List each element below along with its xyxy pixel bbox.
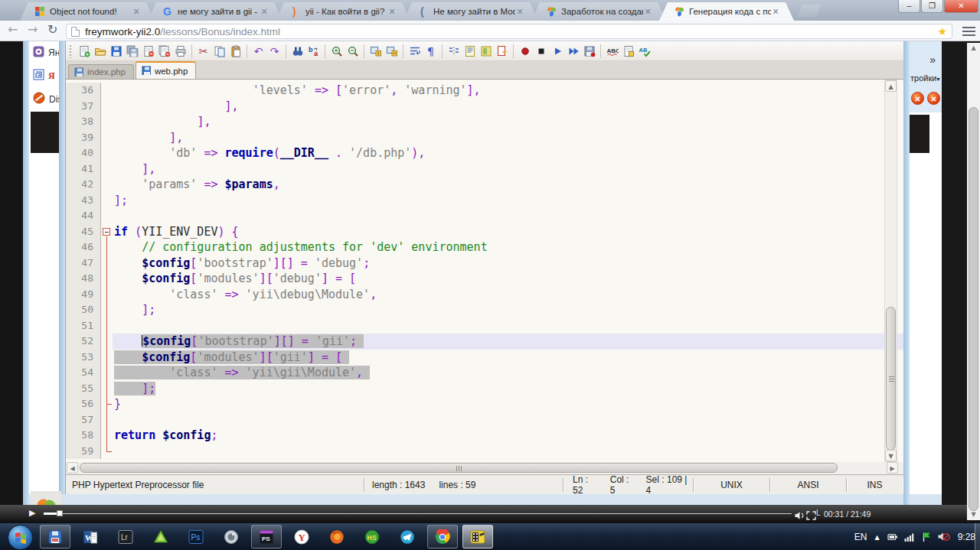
line-number[interactable]: 44 [66, 208, 101, 224]
browser-tab[interactable]: )yii - Как войти в gii? - Sta✕ [276, 2, 410, 21]
save-icon[interactable] [108, 43, 124, 59]
fullscreen-icon[interactable] [806, 509, 816, 523]
plugin-action-icon[interactable] [620, 43, 636, 59]
scroll-left-icon[interactable]: ◀ [67, 462, 78, 474]
horizontal-scroll-thumb[interactable] [80, 463, 838, 473]
taskbar-yandex-browser[interactable]: Y [286, 525, 317, 548]
editor-horizontal-scrollbar[interactable]: ◀ ▶ [67, 462, 898, 474]
find-icon[interactable] [289, 43, 305, 59]
overflow-chevron[interactable]: » [910, 43, 942, 73]
line-number[interactable]: 41 [66, 161, 101, 177]
code-text[interactable]: // configuration adjustments for 'dev' e… [113, 239, 903, 255]
close-all-icon[interactable] [156, 43, 172, 59]
address-bar[interactable]: freymwork-yii2.0 /lessons/Bonus/index.ht… [66, 24, 952, 39]
minimize-button[interactable]: – [898, 0, 920, 13]
close-button[interactable]: ✕ [944, 0, 978, 13]
line-number[interactable]: 39 [66, 130, 101, 146]
record-macro-icon[interactable] [517, 43, 533, 59]
tray-expand-icon[interactable]: ▲ [874, 534, 879, 541]
code-text[interactable]: $config['bootstrap'][] = 'gii'; [113, 334, 903, 350]
sync-scroll-v-icon[interactable] [368, 43, 384, 59]
function-list-icon[interactable] [462, 43, 478, 59]
line-number[interactable]: 47 [66, 255, 101, 272]
taskbar-phpstorm[interactable]: PS [251, 525, 282, 548]
line-number[interactable]: 54 [66, 365, 101, 381]
new-file-icon[interactable] [76, 43, 92, 59]
bookmark-star-icon[interactable]: ★ [937, 25, 947, 37]
tab-close-icon[interactable]: ✕ [515, 7, 524, 17]
taskbar-telegram[interactable] [392, 525, 423, 548]
tab-close-icon[interactable]: ✕ [643, 7, 652, 17]
code-text[interactable]: ]; [113, 381, 903, 397]
code-text[interactable]: 'db' => require(__DIR__ . '/db.php'), [113, 145, 903, 161]
line-number[interactable]: 37 [66, 99, 101, 115]
save-all-icon[interactable] [124, 43, 140, 59]
undo-icon[interactable]: ↶ [250, 43, 266, 59]
browser-tab[interactable]: Генерация кода с помощ✕ [659, 2, 794, 21]
browser-tab[interactable]: Object not found!✕ [20, 2, 155, 21]
taskbar-media-player[interactable] [462, 525, 493, 548]
code-text[interactable]: 'levels' => ['error', 'warning'], [113, 83, 903, 99]
editor-vertical-scrollbar[interactable]: ▲ ▼ [884, 80, 897, 462]
code-text[interactable]: return $config; [113, 428, 903, 444]
tab-close-icon[interactable]: ✕ [771, 7, 780, 17]
line-number[interactable]: 53 [66, 350, 101, 366]
taskbar-mediaget[interactable] [145, 525, 176, 548]
play-icon[interactable]: ▶ [29, 508, 35, 518]
code-text[interactable]: $config['modules']['debug'] = [ [113, 271, 903, 287]
fold-margin-open[interactable] [101, 224, 113, 240]
forward-icon[interactable]: → [28, 22, 38, 37]
taskbar-firefox[interactable] [322, 525, 352, 548]
line-number[interactable]: 43 [66, 193, 101, 209]
line-number[interactable]: 48 [66, 271, 101, 287]
indent-guide-icon[interactable] [446, 43, 462, 59]
code-text[interactable]: $config['bootstrap'][] = 'debug'; [113, 255, 903, 272]
scroll-right-icon[interactable]: ▶ [887, 462, 898, 474]
line-number[interactable]: 58 [66, 428, 101, 444]
tab-close-icon[interactable]: ✕ [260, 7, 269, 17]
code-text[interactable]: $config['modules']['gii'] = [ [113, 350, 903, 366]
tab-close-icon[interactable]: ✕ [387, 7, 397, 17]
document-map-icon[interactable] [478, 43, 494, 59]
redo-icon[interactable]: ↷ [266, 43, 283, 59]
taskbar-word[interactable]: W [75, 525, 106, 548]
close-ad-icon[interactable]: ✕ [927, 92, 940, 105]
line-number[interactable]: 36 [66, 83, 101, 99]
stop-macro-icon[interactable] [533, 43, 549, 59]
battery-icon[interactable] [887, 532, 898, 542]
line-number[interactable]: 46 [66, 239, 101, 255]
code-text[interactable] [113, 412, 903, 428]
menu-icon[interactable] [962, 27, 975, 28]
code-text[interactable]: ]; [113, 302, 903, 318]
paste-icon[interactable] [227, 43, 243, 59]
tab-close-icon[interactable]: ✕ [132, 7, 141, 17]
copy-icon[interactable] [211, 43, 227, 59]
reload-icon[interactable]: ↻ [47, 22, 57, 37]
close-ad-icon[interactable]: ✕ [911, 92, 924, 105]
show-desktop-button[interactable] [975, 523, 980, 550]
settings-link-fragment[interactable]: тройки▾ [910, 73, 942, 83]
volume-muted-icon[interactable] [938, 532, 950, 542]
code-text[interactable]: ]; [113, 193, 903, 209]
close-icon[interactable] [140, 43, 156, 59]
video-timeline-knob[interactable] [57, 510, 63, 516]
doc-tab-web.php[interactable]: web.php [136, 61, 196, 79]
zoom-in-icon[interactable] [328, 43, 345, 59]
line-number[interactable]: 57 [66, 412, 101, 428]
page-scrollbar[interactable]: ▲ ▼ [967, 43, 980, 520]
doc-switcher-icon[interactable] [494, 43, 510, 59]
sync-scroll-h-icon[interactable] [384, 43, 400, 59]
line-number[interactable]: 56 [66, 396, 101, 412]
code-text[interactable]: ], [113, 161, 903, 177]
page-left-item[interactable]: Dis [29, 87, 59, 111]
code-text[interactable]: ], [113, 114, 903, 130]
code-text[interactable] [113, 444, 903, 460]
scroll-down-icon[interactable]: ▼ [885, 450, 897, 461]
taskbar-chrome[interactable] [427, 525, 458, 548]
language-indicator[interactable]: EN [854, 532, 867, 542]
back-icon[interactable]: ← [8, 22, 18, 37]
new-tab-button[interactable] [798, 5, 821, 17]
start-button[interactable] [8, 525, 33, 550]
code-text[interactable]: ], [113, 130, 903, 146]
page-scroll-thumb[interactable] [969, 107, 978, 511]
